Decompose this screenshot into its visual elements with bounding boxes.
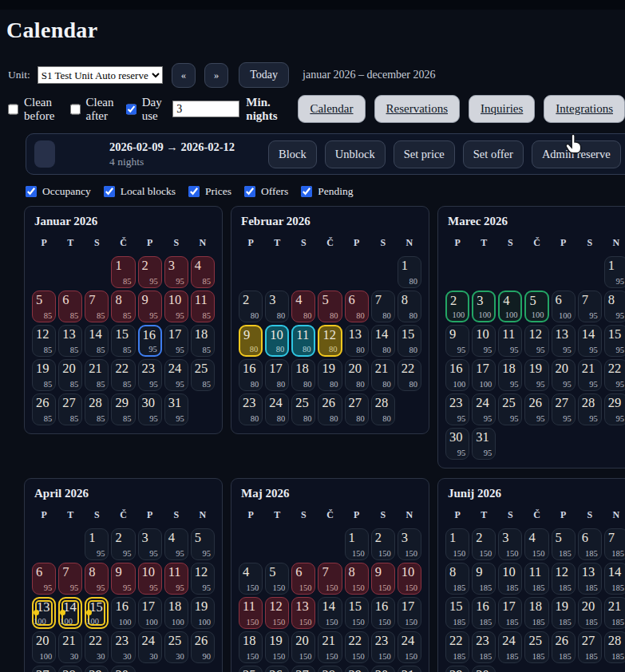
day-cell[interactable]: 3095: [138, 393, 162, 425]
day-cell[interactable]: 295: [138, 256, 162, 288]
day-cell[interactable]: 2985: [111, 393, 135, 425]
day-cell[interactable]: 2295: [604, 359, 625, 391]
day-cell[interactable]: 16185: [472, 597, 496, 629]
day-cell[interactable]: 1150: [345, 528, 369, 560]
day-cell[interactable]: 20185: [578, 597, 602, 629]
day-cell[interactable]: 4150: [239, 563, 263, 595]
day-cell[interactable]: 2685: [32, 393, 56, 425]
day-cell[interactable]: 195: [604, 256, 625, 288]
day-cell[interactable]: 16100: [445, 359, 469, 391]
day-cell[interactable]: 1380: [345, 325, 369, 357]
day-cell[interactable]: 495: [164, 528, 188, 560]
day-cell[interactable]: 480: [291, 291, 315, 322]
day-cell[interactable]: 26150: [265, 666, 289, 672]
day-cell[interactable]: 14185: [604, 563, 625, 595]
legend-prices[interactable]: Prices: [188, 185, 231, 198]
day-cell[interactable]: 15185: [445, 597, 469, 629]
legend-offers[interactable]: Offers: [244, 185, 288, 198]
day-cell[interactable]: 2395: [445, 393, 469, 425]
day-cell[interactable]: 3090: [111, 666, 135, 672]
day-cell[interactable]: 995: [138, 291, 162, 322]
day-cell[interactable]: 13150: [291, 597, 315, 629]
day-cell[interactable]: 895: [604, 291, 625, 322]
set-offer-button[interactable]: Set offer: [463, 140, 524, 168]
day-cell[interactable]: 2995: [604, 393, 625, 425]
day-cell[interactable]: 1095: [164, 291, 188, 322]
day-cell[interactable]: 695: [32, 563, 56, 595]
day-cell[interactable]: 995: [445, 325, 469, 357]
day-use-filter[interactable]: Day use: [126, 96, 164, 123]
day-cell[interactable]: 995: [111, 563, 135, 595]
day-cell[interactable]: 2585: [191, 359, 215, 391]
day-cell[interactable]: 2880: [371, 393, 395, 425]
day-cell[interactable]: 1295: [191, 563, 215, 595]
day-cell[interactable]: 27150: [291, 666, 315, 672]
legend-local-blocks-checkbox[interactable]: [104, 186, 115, 197]
day-cell[interactable]: 1280: [318, 325, 342, 357]
day-cell[interactable]: 2230: [85, 631, 109, 663]
day-cell[interactable]: 2680: [318, 393, 342, 425]
day-cell[interactable]: 2530: [164, 631, 188, 663]
day-cell[interactable]: 5100: [524, 291, 548, 322]
day-cell[interactable]: 2330: [111, 631, 135, 663]
legend-occupancy[interactable]: Occupancy: [26, 185, 91, 198]
day-cell[interactable]: 19150: [265, 631, 289, 663]
day-cell[interactable]: 13185: [578, 563, 602, 595]
day-cell[interactable]: 30150: [371, 666, 395, 672]
day-cell[interactable]: 2595: [498, 393, 522, 425]
day-cell[interactable]: 28150: [318, 666, 342, 672]
day-cell[interactable]: 1195: [498, 325, 522, 357]
clean-before-checkbox[interactable]: [8, 104, 18, 115]
unit-select[interactable]: S1 Test Unit Auto reserve: [38, 66, 163, 84]
day-cell[interactable]: 7185: [604, 528, 625, 560]
day-cell[interactable]: 10185: [498, 563, 522, 595]
day-cell[interactable]: 1985: [32, 359, 56, 391]
day-cell[interactable]: 19100: [191, 597, 215, 629]
day-cell[interactable]: 9150: [371, 563, 395, 595]
day-cell[interactable]: 395: [138, 528, 162, 560]
clean-after-filter[interactable]: Clean after: [70, 96, 117, 123]
day-cell[interactable]: 380: [265, 291, 289, 322]
tab-inquiries[interactable]: Inquiries: [469, 95, 535, 123]
min-nights-input[interactable]: [172, 101, 239, 117]
day-cell[interactable]: 1180: [291, 325, 315, 357]
day-cell[interactable]: 6150: [291, 563, 315, 595]
day-cell[interactable]: 17185: [498, 597, 522, 629]
day-cell[interactable]: 3150: [398, 528, 421, 560]
day-cell[interactable]: 31150: [398, 666, 421, 672]
day-cell[interactable]: 3195: [164, 393, 188, 425]
day-cell[interactable]: 2885: [85, 393, 109, 425]
block-button[interactable]: Block: [268, 140, 317, 168]
day-cell[interactable]: 2185: [85, 359, 109, 391]
day-cell[interactable]: 10150: [398, 563, 421, 595]
day-cell[interactable]: 195: [85, 528, 109, 560]
day-cell[interactable]: 1885: [191, 325, 215, 357]
day-cell[interactable]: 680: [345, 291, 369, 322]
day-cell[interactable]: 2990: [85, 666, 109, 672]
day-cell[interactable]: 2100: [445, 291, 469, 322]
legend-occupancy-checkbox[interactable]: [26, 186, 37, 197]
day-cell[interactable]: 2150: [472, 528, 496, 560]
day-cell[interactable]: 1695: [138, 325, 162, 357]
day-cell[interactable]: 895: [85, 563, 109, 595]
day-cell[interactable]: 2085: [58, 359, 82, 391]
day-cell[interactable]: 1880: [291, 359, 315, 391]
day-cell[interactable]: 28185: [604, 631, 625, 663]
day-cell[interactable]: 780: [371, 291, 395, 322]
day-cell[interactable]: 1980: [318, 359, 342, 391]
day-cell[interactable]: 17150: [398, 597, 421, 629]
day-cell[interactable]: 29185: [445, 666, 469, 672]
tab-integrations[interactable]: Integrations: [544, 95, 625, 123]
day-cell[interactable]: 30185: [472, 666, 496, 672]
legend-pending[interactable]: Pending: [301, 185, 353, 198]
day-cell[interactable]: 4100: [498, 291, 522, 322]
day-cell[interactable]: 1680: [239, 359, 263, 391]
day-cell[interactable]: 885: [111, 291, 135, 322]
legend-offers-checkbox[interactable]: [244, 186, 255, 197]
day-cell[interactable]: 1580: [398, 325, 421, 357]
day-cell[interactable]: 22185: [445, 631, 469, 663]
day-cell[interactable]: 1385: [58, 325, 82, 357]
day-cell[interactable]: 5185: [552, 528, 576, 560]
day-use-checkbox[interactable]: [126, 104, 136, 115]
day-cell[interactable]: 2580: [291, 393, 315, 425]
